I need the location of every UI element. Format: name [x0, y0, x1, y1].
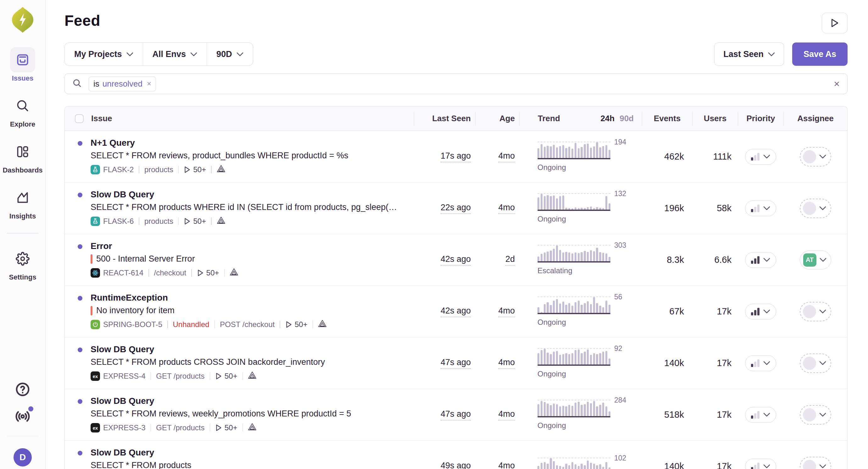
- error-level-bar: [91, 254, 92, 264]
- column-header-events[interactable]: Events: [642, 112, 692, 125]
- priority-button[interactable]: [745, 355, 776, 371]
- last-seen-value[interactable]: 47s ago: [441, 358, 471, 369]
- column-header-priority[interactable]: Priority: [738, 112, 783, 125]
- column-header-last-seen[interactable]: Last Seen: [414, 112, 475, 125]
- column-header-assignee[interactable]: Assignee: [783, 112, 847, 125]
- replay-count-badge[interactable]: 50+: [215, 372, 238, 381]
- trend-sparkline: 92: [537, 348, 611, 366]
- column-header-users[interactable]: Users: [692, 112, 738, 125]
- issue-title[interactable]: RuntimeException: [91, 293, 327, 303]
- trend-range-90d[interactable]: 90d: [620, 114, 634, 123]
- issue-title[interactable]: Slow DB Query: [91, 189, 397, 200]
- environments-filter[interactable]: All Envs: [143, 43, 207, 65]
- issue-title[interactable]: Slow DB Query: [91, 396, 351, 406]
- trend-range-24h[interactable]: 24h: [600, 114, 615, 123]
- last-seen-value[interactable]: 17s ago: [441, 151, 471, 163]
- replay-count-badge[interactable]: 50+: [285, 320, 308, 329]
- project-badge[interactable]: FLASK-6: [91, 216, 134, 226]
- last-seen-value[interactable]: 49s ago: [441, 461, 471, 469]
- age-value[interactable]: 4mo: [498, 409, 515, 420]
- priority-button[interactable]: [745, 252, 776, 268]
- sidebar-item-issues[interactable]: Issues: [10, 47, 35, 83]
- age-value[interactable]: 4mo: [498, 461, 515, 469]
- remove-token-icon[interactable]: ×: [147, 79, 151, 88]
- sidebar-item-insights[interactable]: Insights: [9, 185, 36, 220]
- age-value[interactable]: 2d: [505, 254, 515, 266]
- last-seen-value[interactable]: 22s ago: [441, 203, 471, 214]
- issue-title[interactable]: N+1 Query: [91, 138, 348, 148]
- assignee-button[interactable]: [800, 302, 831, 321]
- column-header-age[interactable]: Age: [475, 112, 519, 125]
- issue-title[interactable]: Error: [91, 241, 238, 251]
- priority-button[interactable]: [745, 149, 776, 165]
- express-icon: ex: [91, 423, 100, 433]
- seer-icon[interactable]: [229, 268, 238, 278]
- column-label: Users: [704, 114, 726, 123]
- assignee-button[interactable]: [800, 405, 831, 424]
- seer-icon[interactable]: [248, 423, 257, 433]
- seer-icon[interactable]: [217, 216, 225, 226]
- project-badge[interactable]: exEXPRESS-3: [91, 423, 146, 433]
- help-button[interactable]: [15, 382, 30, 398]
- select-all-checkbox[interactable]: [75, 114, 84, 123]
- date-range-filter[interactable]: 90D: [207, 43, 253, 65]
- replay-count-badge[interactable]: 50+: [215, 423, 238, 432]
- assignee-button[interactable]: AT: [800, 251, 831, 269]
- priority-button[interactable]: [745, 201, 776, 216]
- seer-icon[interactable]: [248, 371, 257, 381]
- replay-count-badge[interactable]: 50+: [184, 217, 206, 226]
- assignee-button[interactable]: [800, 199, 831, 218]
- age-value[interactable]: 4mo: [498, 358, 515, 369]
- issue-title[interactable]: Slow DB Query: [91, 448, 191, 458]
- trend-sparkline: 194: [537, 142, 611, 159]
- flask-icon: [91, 216, 100, 226]
- save-as-button[interactable]: Save As: [792, 42, 847, 66]
- project-badge[interactable]: SPRING-BOOT-5: [91, 320, 162, 329]
- issue-row[interactable]: Slow DB Query SELECT * FROM reviews, wee…: [65, 389, 847, 441]
- assignee-button[interactable]: [800, 457, 831, 469]
- replay-count-badge[interactable]: 50+: [184, 165, 206, 174]
- replay-count-badge[interactable]: 50+: [197, 268, 219, 277]
- clear-search-icon[interactable]: ×: [834, 79, 840, 89]
- trend-bar: [602, 467, 604, 469]
- issue-row[interactable]: Error 500 - Internal Server Error REACT-…: [65, 234, 847, 286]
- age-value[interactable]: 4mo: [498, 203, 515, 214]
- seer-icon[interactable]: [318, 320, 327, 329]
- issue-search-bar[interactable]: is unresolved × ×: [64, 74, 847, 94]
- issue-row[interactable]: Slow DB Query SELECT * FROM products WHE…: [65, 182, 847, 234]
- issue-row[interactable]: Slow DB Query SELECT * FROM products 49s…: [65, 441, 847, 469]
- projects-filter[interactable]: My Projects: [65, 43, 143, 65]
- assignee-button[interactable]: [800, 147, 831, 167]
- sort-button[interactable]: Last Seen: [714, 42, 784, 66]
- age-value[interactable]: 4mo: [498, 306, 515, 317]
- priority-button[interactable]: [745, 459, 776, 469]
- project-badge[interactable]: FLASK-2: [91, 165, 134, 174]
- search-filter-token[interactable]: is unresolved ×: [89, 77, 156, 91]
- priority-button[interactable]: [745, 407, 776, 423]
- meta-separator: [210, 372, 210, 380]
- user-avatar[interactable]: D: [13, 448, 32, 467]
- sidebar-item-explore[interactable]: Explore: [10, 93, 35, 128]
- play-icon: [197, 269, 204, 277]
- project-badge[interactable]: exEXPRESS-4: [91, 372, 146, 381]
- assignee-button[interactable]: [800, 353, 831, 373]
- issue-title[interactable]: Slow DB Query: [91, 344, 325, 354]
- issue-row[interactable]: N+1 Query SELECT * FROM reviews, product…: [65, 131, 847, 182]
- issue-row[interactable]: RuntimeException No inventory for item S…: [65, 286, 847, 338]
- chevron-down-icon: [190, 52, 197, 56]
- trend-bar: [565, 208, 567, 210]
- app-logo-icon[interactable]: [11, 6, 34, 33]
- last-seen-value[interactable]: 42s ago: [441, 254, 471, 266]
- sidebar-item-dashboards[interactable]: Dashboards: [2, 139, 42, 174]
- seer-icon[interactable]: [217, 165, 225, 175]
- age-value[interactable]: 4mo: [498, 151, 515, 163]
- issue-row[interactable]: Slow DB Query SELECT * FROM products CRO…: [65, 338, 847, 389]
- project-badge[interactable]: REACT-614: [91, 268, 144, 277]
- replay-tour-button[interactable]: [822, 12, 847, 33]
- last-seen-value[interactable]: 47s ago: [441, 409, 471, 420]
- whats-new-button[interactable]: [15, 409, 30, 425]
- last-seen-value[interactable]: 42s ago: [441, 306, 471, 317]
- priority-button[interactable]: [745, 304, 776, 320]
- search-icon: [72, 78, 82, 89]
- sidebar-item-settings[interactable]: Settings: [9, 246, 36, 282]
